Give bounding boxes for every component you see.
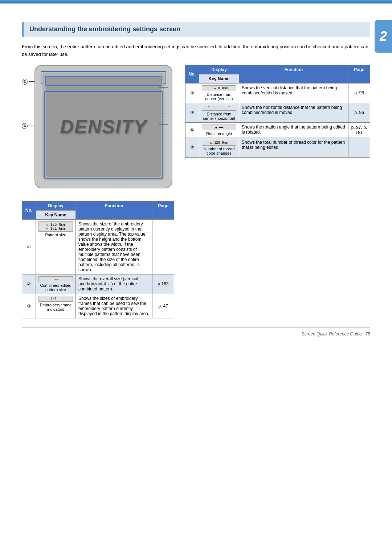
row-function-6: Shows the rotation angle that the patter… [239, 122, 348, 138]
key-name-1: Pattern size [38, 233, 73, 237]
row-no-2: ② [22, 274, 36, 294]
row-function-5: Shows the horizontal distance that the p… [239, 103, 348, 122]
chapter-tab: 2 [375, 20, 392, 53]
th-page-bottom: Page [152, 201, 174, 219]
table-row: ④ ↕ + 0.0mm Distance from center (vertic… [185, 83, 370, 103]
row-display-5: [ ·········] Distance from center (horiz… [199, 103, 239, 122]
row-no-3: ③ [22, 294, 36, 318]
row-display-3: [·]—— Embroidery frame indicators [36, 294, 76, 318]
table-row: ① ↕ 125.9mm↔ 161.6mm Pattern size Shows … [22, 219, 174, 274]
icon-vertical-distance: ↕ + 0.0mm [202, 85, 236, 91]
row-page-7 [348, 138, 370, 157]
intro-paragraph: From this screen, the entire pattern can… [22, 43, 370, 58]
icon-pattern-size: ↕ 125.9mm↔ 161.6mm [38, 221, 73, 232]
row-function-2: Shows the overall size (vertical and hor… [76, 274, 152, 294]
row-no-4: ④ [185, 83, 199, 103]
icon-horizontal-distance: [ ·········] [202, 105, 236, 111]
icon-frame-indicators: [·]—— [38, 296, 73, 302]
page-footer: Screen Quick Reference Guide 75 [302, 331, 370, 337]
row-page-3: p. 47 [152, 294, 174, 318]
page-number: 75 [366, 331, 370, 337]
row-function-3: Shows the sizes of embroidery frames tha… [76, 294, 152, 318]
row-no-7: ⑦ [185, 138, 199, 157]
key-name-7: Number of thread color changes [202, 147, 236, 155]
row-display-4: ↕ + 0.0mm Distance from center (vertical… [199, 83, 239, 103]
icon-thread-count: ⊞ 125.9mm [202, 140, 236, 146]
table-row: ⑤ [ ·········] Distance from center (hor… [185, 103, 370, 122]
bottom-left-table: No. Display Function Page Key Name ① [22, 201, 174, 318]
th-page-top: Page [348, 65, 370, 83]
key-name-3: Embroidery frame indicators [38, 303, 73, 311]
table-row: ② ▭▭ Combined/ edited pattern size Shows… [22, 274, 174, 294]
th-no-top: No. [185, 65, 199, 83]
icon-rotation: [◀ ▬▬] [202, 125, 236, 130]
row-function-7: Shows the total number of thread color f… [239, 138, 348, 157]
chapter-number: 2 [380, 29, 387, 44]
th-no-bottom: No. [22, 201, 36, 219]
embroidery-screen: DENSITY [34, 65, 172, 188]
row-page-1 [152, 219, 174, 274]
right-panel: No. Display Function Page Key Name ④ ↕ + [185, 65, 370, 318]
label-1: ① [22, 79, 28, 85]
row-page-2: p.163 [152, 274, 174, 294]
th-display-bottom: Display [36, 201, 76, 210]
th-display-top: Display [199, 65, 239, 74]
bottom-table: No. Display Function Page Key Name ① [22, 201, 174, 318]
icon-combined-size: ▭▭ [38, 276, 73, 282]
row-no-5: ⑤ [185, 103, 199, 122]
table-row: ⑥ [◀ ▬▬] Rotation angle Shows the rotati… [185, 122, 370, 138]
page-title: Understanding the embroidering settings … [29, 25, 364, 33]
table-row: ③ [·]—— Embroidery frame indicators Show… [22, 294, 174, 318]
row-no-1: ① [22, 219, 36, 274]
main-content: ① ② ③ ④ [22, 65, 370, 318]
row-display-1: ↕ 125.9mm↔ 161.6mm Pattern size [36, 219, 76, 274]
key-name-4: Distance from center (vertical) [202, 92, 236, 101]
top-table: No. Display Function Page Key Name ④ ↕ + [185, 65, 370, 158]
th-function-bottom: Function [76, 201, 152, 219]
th-function-top: Function [239, 65, 348, 83]
bottom-rule [22, 327, 370, 327]
footer-text: Screen Quick Reference Guide [302, 331, 362, 337]
row-page-6: p. 97, p. 181 [348, 122, 370, 138]
table-row: ⑦ ⊞ 125.9mm Number of thread color chang… [185, 138, 370, 157]
row-no-6: ⑥ [185, 122, 199, 138]
row-display-7: ⊞ 125.9mm Number of thread color changes [199, 138, 239, 157]
left-panel: ① ② ③ ④ [22, 65, 174, 318]
key-name-6: Rotation angle [202, 131, 236, 136]
row-display-2: ▭▭ Combined/ edited pattern size [36, 274, 76, 294]
row-page-5: p. 96 [348, 103, 370, 122]
row-function-4: Shows the vertical distance that the pat… [239, 83, 348, 103]
th-keyname-top: Key Name [199, 74, 239, 83]
th-keyname-bottom: Key Name [36, 210, 76, 219]
section-header: Understanding the embroidering settings … [22, 22, 370, 37]
key-name-2: Combined/ edited pattern size [38, 283, 73, 292]
row-function-1: Shows the size of the embroidery pattern… [76, 219, 152, 274]
row-display-6: [◀ ▬▬] Rotation angle [199, 122, 239, 138]
row-page-4: p. 96 [348, 83, 370, 103]
label-2: ② [22, 123, 28, 129]
key-name-5: Distance from center (horizontal) [202, 112, 236, 121]
screen-inner: DENSITY [42, 73, 164, 180]
